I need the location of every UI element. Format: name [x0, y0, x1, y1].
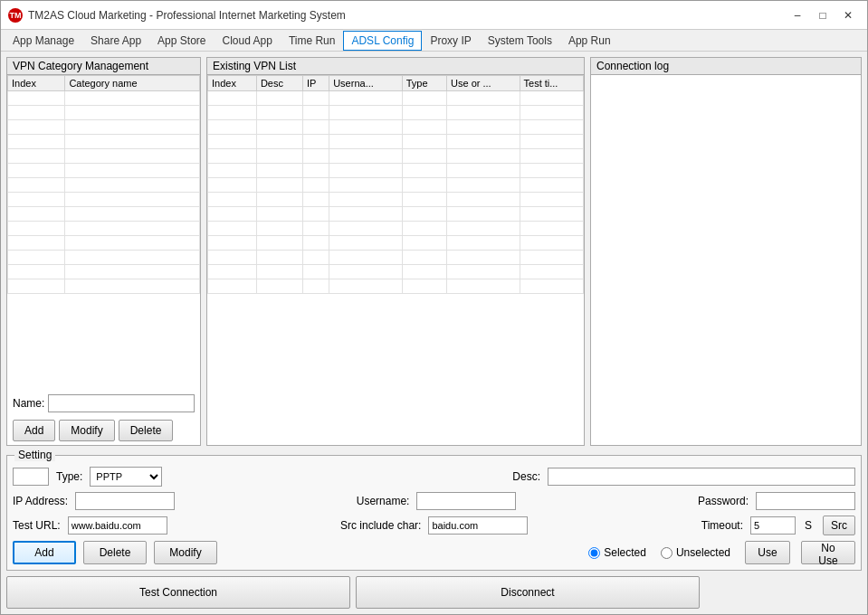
no-use-button[interactable]: No Use: [801, 541, 855, 564]
color-picker-box[interactable]: [13, 468, 49, 486]
menu-share-app[interactable]: Share App: [82, 31, 149, 51]
radio-selected-group: Selected: [588, 546, 646, 559]
vpn-col-desc: Desc: [256, 76, 302, 91]
vpn-cat-modify-button[interactable]: Modify: [59, 420, 114, 441]
vpn-col-test: Test ti...: [520, 76, 583, 91]
setting-row-3: Test URL: Src include char: Timeout: S S…: [13, 516, 855, 535]
name-input[interactable]: [48, 394, 195, 412]
table-row: [208, 279, 584, 294]
menu-time-run[interactable]: Time Run: [281, 31, 344, 51]
vpn-cat-col-name: Category name: [65, 76, 200, 91]
password-input[interactable]: [756, 492, 855, 510]
table-row: [8, 279, 200, 294]
vpn-category-title: VPN Category Management: [7, 58, 200, 75]
timeout-unit: S: [805, 519, 812, 532]
existing-vpn-panel: Existing VPN List Index Desc IP Userna..…: [206, 57, 585, 446]
table-row: [8, 120, 200, 135]
maximize-button[interactable]: □: [811, 6, 835, 24]
username-input[interactable]: [416, 492, 516, 510]
type-label: Type:: [56, 470, 82, 483]
src-button[interactable]: Src: [823, 516, 855, 535]
username-label: Username:: [357, 495, 410, 507]
table-row: [8, 135, 200, 149]
app-icon: TM: [8, 8, 23, 23]
src-include-label: Src include char:: [340, 519, 421, 532]
vpn-col-index: Index: [208, 76, 257, 91]
timeout-input[interactable]: [750, 516, 796, 535]
ip-label: IP Address:: [13, 495, 68, 507]
minimize-button[interactable]: –: [786, 6, 809, 24]
title-buttons: – □ ✕: [786, 6, 860, 24]
main-content: VPN Category Management Index Category n…: [1, 52, 867, 614]
menu-app-manage[interactable]: App Manage: [5, 31, 82, 51]
vpn-category-table-scroll: Index Category name: [7, 75, 200, 391]
ip-input[interactable]: [75, 492, 175, 510]
setting-add-button[interactable]: Add: [13, 541, 76, 564]
timeout-label: Timeout:: [701, 519, 743, 532]
bottom-buttons: Test Connection Disconnect: [6, 576, 862, 609]
src-include-input[interactable]: [428, 516, 528, 535]
use-button[interactable]: Use: [745, 541, 790, 564]
radio-unselected-label: Unselected: [676, 546, 730, 559]
setting-panel: Setting Type: PPTP L2TP OpenVPN Desc:: [6, 455, 862, 571]
menu-bar: App Manage Share App App Store Cloud App…: [1, 30, 867, 52]
table-row: [8, 251, 200, 265]
existing-vpn-title: Existing VPN List: [207, 58, 584, 75]
table-row: [208, 193, 584, 207]
table-row: [208, 106, 584, 120]
type-select[interactable]: PPTP L2TP OpenVPN: [90, 467, 162, 487]
vpn-cat-delete-button[interactable]: Delete: [119, 420, 174, 441]
radio-unselected-group: Unselected: [661, 546, 730, 559]
vpn-col-use: Use or ...: [447, 76, 520, 91]
top-row: VPN Category Management Index Category n…: [6, 57, 862, 446]
close-button[interactable]: ✕: [836, 6, 860, 24]
setting-row-1: Type: PPTP L2TP OpenVPN Desc:: [13, 467, 855, 487]
table-row: [208, 91, 584, 106]
menu-cloud-app[interactable]: Cloud App: [214, 31, 280, 51]
menu-app-store[interactable]: App Store: [149, 31, 214, 51]
radio-selected[interactable]: [588, 547, 600, 559]
setting-content: Type: PPTP L2TP OpenVPN Desc: IP Address…: [13, 467, 855, 564]
table-row: [8, 265, 200, 279]
table-row: [8, 149, 200, 164]
test-connection-button[interactable]: Test Connection: [6, 576, 350, 609]
vpn-cat-col-index: Index: [8, 76, 65, 91]
vpn-col-username: Userna...: [329, 76, 403, 91]
menu-adsl-config[interactable]: ADSL Config: [343, 31, 422, 51]
setting-delete-button[interactable]: Delete: [83, 541, 147, 564]
vpn-col-type: Type: [402, 76, 446, 91]
log-content: [591, 75, 861, 445]
table-row: [208, 149, 584, 164]
existing-vpn-table-scroll: Index Desc IP Userna... Type Use or ... …: [207, 75, 584, 445]
desc-label: Desc:: [512, 470, 540, 483]
radio-unselected[interactable]: [661, 547, 672, 559]
test-url-input[interactable]: [68, 516, 167, 535]
table-row: [8, 193, 200, 207]
window-title: TM2AS Cloud Marketing - Professional Int…: [28, 9, 786, 22]
table-row: [208, 265, 584, 279]
vpn-cat-add-button[interactable]: Add: [13, 420, 55, 441]
menu-proxy-ip[interactable]: Proxy IP: [422, 31, 479, 51]
table-row: [208, 178, 584, 193]
vpn-category-buttons: Add Modify Delete: [7, 416, 200, 445]
table-row: [208, 120, 584, 135]
connection-log-panel: Connection log: [590, 57, 862, 446]
table-row: [8, 207, 200, 222]
password-label: Password:: [698, 495, 749, 507]
vpn-category-panel: VPN Category Management Index Category n…: [6, 57, 201, 446]
connection-log-title: Connection log: [591, 58, 861, 75]
name-label: Name:: [13, 397, 44, 410]
menu-system-tools[interactable]: System Tools: [480, 31, 560, 51]
table-row: [208, 251, 584, 265]
setting-modify-button[interactable]: Modify: [154, 541, 217, 564]
table-row: [8, 236, 200, 251]
title-bar: TM TM2AS Cloud Marketing - Professional …: [1, 1, 867, 30]
desc-input[interactable]: [548, 468, 855, 486]
main-window: TM TM2AS Cloud Marketing - Professional …: [0, 0, 868, 615]
setting-row-4: Add Delete Modify Selected Unselected Us…: [13, 541, 855, 564]
vpn-category-table: Index Category name: [7, 75, 200, 294]
disconnect-button[interactable]: Disconnect: [356, 576, 700, 609]
table-row: [208, 135, 584, 149]
menu-app-run[interactable]: App Run: [560, 31, 619, 51]
radio-selected-label: Selected: [604, 546, 646, 559]
